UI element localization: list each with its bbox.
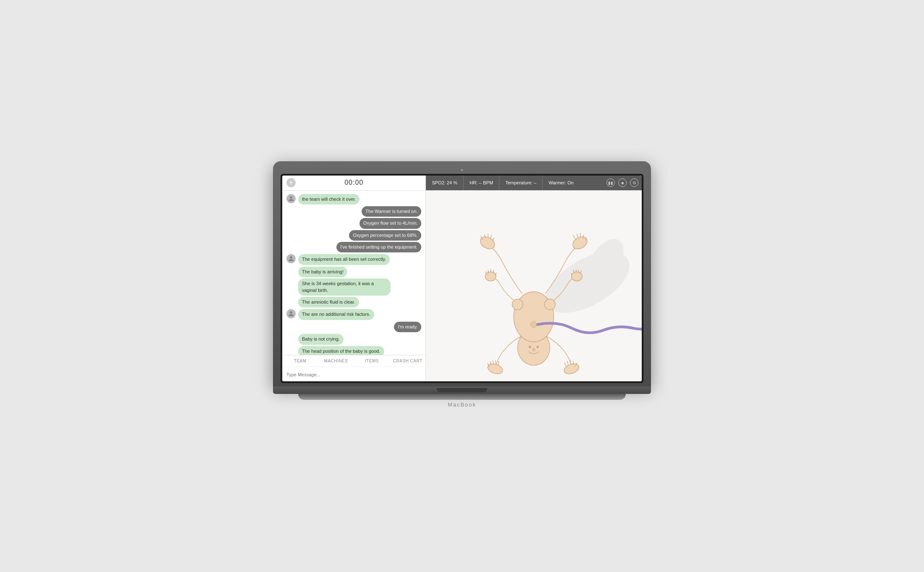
svg-line-40: [577, 234, 578, 237]
tab-bar: TEAM MACHINES ITEMS CRASH CART: [282, 355, 425, 367]
screen: + 00:00 SPO2: 24 % HR: -- BPM Temperatur…: [282, 176, 642, 381]
bubble-13: The head position of the baby is good.: [298, 346, 384, 355]
main-content: the team will check it over. The Warmer …: [282, 191, 642, 381]
message-input[interactable]: [286, 372, 421, 377]
svg-line-17: [494, 270, 494, 273]
message-group-right-2: I'm ready.: [286, 322, 421, 332]
svg-point-9: [533, 349, 536, 351]
svg-line-31: [499, 361, 499, 365]
tab-team[interactable]: TEAM: [282, 355, 318, 367]
svg-line-16: [491, 269, 491, 272]
tab-crash-cart[interactable]: CRASH CART: [390, 355, 425, 367]
svg-line-33: [565, 362, 566, 366]
baby-panel: [426, 191, 642, 381]
bubble-8: She is 34 weeks gestation, it was a vagi…: [298, 278, 391, 296]
laptop-body: + 00:00 SPO2: 24 % HR: -- BPM Temperatur…: [273, 161, 651, 386]
svg-line-47: [488, 234, 488, 237]
laptop-base: [273, 386, 651, 394]
bubble-7: The baby is arriving!: [298, 267, 347, 277]
laptop-brand: MacBook: [273, 400, 651, 411]
bubble-9: The amniotic fluid is clear.: [298, 297, 359, 307]
svg-point-12: [512, 299, 523, 310]
svg-line-30: [496, 360, 496, 364]
message-group-left-2: Baby is not crying. The head position of…: [298, 334, 421, 354]
laptop-stand: [298, 394, 626, 400]
add-button[interactable]: +: [286, 178, 296, 187]
stop-button[interactable]: ■: [618, 178, 627, 187]
svg-point-19: [545, 299, 556, 310]
bubble-1: the team will check it over.: [298, 194, 360, 205]
message-group-left-1: The baby is arriving! She is 34 weeks ge…: [298, 267, 421, 308]
bubble-12: Baby is not crying.: [298, 334, 344, 344]
bubble-3: Oxygen flow set to 4L/min.: [360, 218, 422, 228]
svg-point-20: [572, 272, 583, 281]
tab-machines[interactable]: MACHINES: [318, 355, 354, 367]
bubble-2: The Warmer is turned on.: [362, 206, 421, 217]
svg-point-38: [571, 234, 590, 251]
message-row-10: The are no additional risk factors.: [286, 309, 421, 320]
svg-point-0: [290, 196, 292, 199]
settings-button[interactable]: ⚙: [630, 178, 638, 187]
header-bar: + 00:00 SPO2: 24 % HR: -- BPM Temperatur…: [282, 176, 642, 191]
svg-line-34: [567, 360, 568, 364]
tab-items[interactable]: ITEMS: [354, 355, 390, 367]
temperature-stat: Temperature: –: [499, 176, 543, 190]
baby-illustration: [426, 191, 642, 381]
spo2-stat: SPO2: 24 %: [426, 176, 464, 190]
svg-point-26: [486, 362, 504, 375]
bubble-5: I've finished setting up the equipment.: [336, 242, 421, 252]
chat-panel: the team will check it over. The Warmer …: [282, 191, 426, 381]
hr-stat: HR: -- BPM: [464, 176, 499, 190]
header-controls: ▮▮ ■ ⚙: [603, 176, 642, 190]
screen-bezel: + 00:00 SPO2: 24 % HR: -- BPM Temperatur…: [281, 174, 643, 383]
svg-line-35: [570, 360, 571, 364]
timer-display: 00:00: [344, 179, 363, 186]
svg-point-13: [486, 272, 496, 281]
svg-point-7: [529, 346, 531, 348]
avatar-10: [286, 309, 296, 318]
svg-line-48: [491, 235, 491, 239]
svg-point-11: [531, 321, 537, 328]
bubble-6: The equipment has all been set correctly…: [298, 254, 390, 265]
message-row-6: The equipment has all been set correctly…: [286, 254, 421, 265]
camera: [461, 169, 463, 171]
svg-line-36: [573, 360, 574, 364]
message-group-right-1: The Warmer is turned on. Oxygen flow set…: [286, 206, 421, 253]
stats-bar: SPO2: 24 % HR: -- BPM Temperature: – War…: [426, 176, 603, 190]
bubble-4: Oxygen percentage set to 68%.: [349, 230, 421, 241]
message-input-area: [282, 367, 425, 381]
svg-point-8: [537, 346, 539, 348]
bubble-10: The are no additional risk factors.: [298, 309, 374, 320]
laptop-container: + 00:00 SPO2: 24 % HR: -- BPM Temperatur…: [273, 161, 651, 411]
chat-messages: the team will check it over. The Warmer …: [282, 191, 425, 355]
svg-point-2: [290, 311, 292, 314]
timer-section: + 00:00: [282, 176, 426, 190]
svg-point-1: [290, 256, 292, 259]
svg-line-41: [580, 233, 581, 237]
laptop-notch: [437, 388, 487, 392]
avatar-1: [286, 194, 296, 203]
pause-button[interactable]: ▮▮: [606, 178, 615, 187]
warmer-stat: Warmer: On: [543, 176, 603, 190]
message-row-1: the team will check it over.: [286, 194, 421, 205]
bubble-11: I'm ready.: [394, 322, 421, 332]
avatar-6: [286, 254, 296, 263]
svg-line-39: [573, 235, 576, 239]
